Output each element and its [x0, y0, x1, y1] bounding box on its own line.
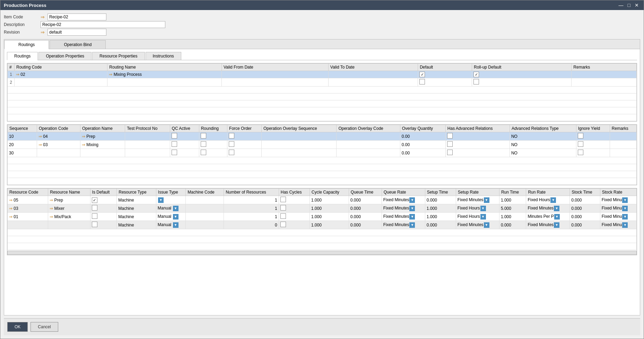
res-run-rate-dropdown-03[interactable]: ▼: [554, 206, 559, 211]
res-issue-dropdown-03[interactable]: ▼: [173, 206, 179, 211]
routing-row-2[interactable]: 2: [8, 78, 637, 87]
res-machine-01: [186, 213, 224, 221]
res-stock-rate-dropdown-03[interactable]: ▼: [622, 206, 628, 211]
operations-table-container: Sequence Operation Code Operation Name T…: [7, 125, 637, 185]
minimize-button[interactable]: —: [617, 2, 625, 8]
res-run-rate-05: Fixed Hours▼: [526, 196, 570, 204]
res-name-03: ⇒ Mixer: [48, 204, 90, 213]
ops-force-30: [227, 149, 262, 157]
ops-adv-type-20: NO: [510, 141, 576, 149]
tab-operation-bind[interactable]: Operation Bind: [50, 40, 106, 49]
routing-valid-from-1: [221, 71, 328, 78]
description-input[interactable]: [41, 21, 165, 28]
sub-tab-routings[interactable]: Routings: [7, 52, 38, 60]
res-row-03[interactable]: ⇒ 03 ⇒ Mixer Machine Manual ▼ 1 1.000: [8, 204, 637, 213]
res-setup-rate-dropdown-05[interactable]: ▼: [484, 197, 489, 203]
ops-rounding-checkbox-10[interactable]: [201, 133, 206, 139]
res-queue-rate-dropdown-01[interactable]: ▼: [409, 214, 415, 220]
close-button[interactable]: ✕: [633, 2, 640, 8]
res-row-05[interactable]: ⇒ 05 ⇒ Prep Machine ▼ 1 1.000 0.000: [8, 196, 637, 204]
ops-qc-checkbox-30[interactable]: [172, 150, 177, 155]
res-default-checkbox-03[interactable]: [92, 205, 97, 211]
res-issue-dropdown-empty[interactable]: ▼: [173, 222, 179, 228]
res-row-empty-1[interactable]: Machine Manual ▼ 0 1.000 0.000 Fixed Min…: [8, 221, 637, 229]
ops-force-checkbox-10[interactable]: [229, 133, 234, 139]
res-setup-rate-dropdown-empty[interactable]: ▼: [484, 222, 489, 228]
item-code-row: Item Code ⇒: [4, 14, 640, 20]
tab-routings[interactable]: Routings: [4, 40, 49, 49]
res-queue-rate-05: Fixed Minutes▼: [382, 196, 425, 204]
ops-adv-checkbox-20[interactable]: [447, 141, 453, 147]
sub-tab-instructions[interactable]: Instructions: [146, 52, 181, 60]
res-run-rate-dropdown-empty[interactable]: ▼: [554, 222, 559, 228]
production-process-window: Production Process — □ ✕ Item Code ⇒ Des…: [0, 0, 644, 339]
ops-row-30[interactable]: 30 0.00: [8, 149, 637, 157]
ops-rounding-checkbox-30[interactable]: [201, 150, 206, 155]
ops-rounding-checkbox-20[interactable]: [201, 141, 206, 147]
routing-default-checkbox-2[interactable]: [419, 79, 425, 84]
res-queue-rate-dropdown-05[interactable]: ▼: [409, 197, 415, 203]
ops-yield-checkbox-10[interactable]: [578, 133, 583, 139]
main-content: Item Code ⇒ Description Revision ⇒ Routi…: [0, 10, 644, 339]
routing-default-checkbox-1[interactable]: [419, 72, 425, 77]
res-queue-rate-dropdown-empty[interactable]: ▼: [409, 222, 415, 228]
ops-name-30: [80, 149, 125, 157]
res-cycles-checkbox-05[interactable]: [280, 197, 286, 202]
revision-input[interactable]: [47, 29, 106, 36]
res-queue-rate-dropdown-03[interactable]: ▼: [409, 206, 415, 211]
sub-tab-operation-props[interactable]: Operation Properties: [38, 52, 92, 60]
ops-force-checkbox-20[interactable]: [229, 141, 234, 147]
res-run-time-05: 1.000: [499, 196, 526, 204]
title-bar: Production Process — □ ✕: [0, 0, 644, 10]
res-default-checkbox-05[interactable]: [92, 197, 97, 203]
res-cycles-checkbox-empty[interactable]: [280, 222, 286, 227]
ops-adv-checkbox-30[interactable]: [447, 150, 453, 155]
res-row-01[interactable]: ⇒ 01 ⇒ Mix/Pack Machine Manual ▼ 1 1.000: [8, 213, 637, 221]
res-run-rate-dropdown-05[interactable]: ▼: [550, 197, 556, 203]
ops-force-checkbox-30[interactable]: [229, 150, 234, 155]
ops-remarks-10: [610, 132, 636, 141]
ops-row-20[interactable]: 20 ⇒ 03 ⇒ Mixing 0.00: [8, 141, 637, 149]
routing-row-empty-5: [8, 114, 637, 121]
ops-yield-checkbox-30[interactable]: [578, 150, 583, 155]
res-stock-rate-05: Fixed Minu▼: [600, 196, 636, 204]
col-valid-from: Valid From Date: [221, 64, 328, 71]
res-stock-rate-dropdown-01[interactable]: ▼: [622, 214, 628, 220]
maximize-button[interactable]: □: [626, 2, 632, 8]
res-cycles-05: [279, 196, 310, 204]
res-setup-rate-dropdown-01[interactable]: ▼: [480, 214, 486, 220]
res-cycles-checkbox-01[interactable]: [280, 213, 286, 219]
ops-adv-checkbox-10[interactable]: [447, 133, 453, 139]
ops-row-empty-3: [8, 171, 637, 178]
ops-has-adv-30: [445, 149, 510, 157]
res-default-05: [90, 196, 117, 204]
res-default-checkbox-01[interactable]: [92, 213, 97, 219]
res-issue-dropdown-05[interactable]: ▼: [158, 197, 164, 203]
ops-row-10[interactable]: 10 ⇒ 04 ⇒ Prep 0.00: [8, 132, 637, 141]
cancel-button[interactable]: Cancel: [31, 322, 58, 332]
routing-row-1[interactable]: 1 ⇒ 02 ⇒ Mixing Process: [8, 71, 637, 78]
sub-tab-resource-props[interactable]: Resource Properties: [92, 52, 145, 60]
res-issue-03: Manual ▼: [156, 204, 185, 213]
ops-yield-checkbox-20[interactable]: [578, 141, 583, 147]
ops-qc-checkbox-10[interactable]: [172, 133, 177, 139]
res-setup-rate-dropdown-03[interactable]: ▼: [480, 206, 486, 211]
routing-rollup-checkbox-1[interactable]: [473, 72, 479, 77]
res-stock-rate-dropdown-empty[interactable]: ▼: [622, 222, 628, 228]
item-code-input[interactable]: [47, 14, 106, 20]
res-issue-dropdown-01[interactable]: ▼: [173, 214, 179, 220]
res-stock-time-03: 0.000: [570, 204, 600, 213]
routings-grid: # Routing Code Routing Name Valid From D…: [7, 63, 637, 122]
res-cycles-checkbox-03[interactable]: [280, 205, 286, 211]
resources-scrollbar[interactable]: [7, 251, 637, 255]
res-row-filler-3: [8, 243, 637, 250]
res-stock-rate-dropdown-05[interactable]: ▼: [622, 197, 628, 203]
res-default-checkbox-empty[interactable]: [92, 222, 97, 227]
res-run-rate-dropdown-01[interactable]: ▼: [554, 214, 560, 220]
ops-ignore-yield-20: [576, 141, 610, 149]
routing-rollup-checkbox-2[interactable]: [473, 79, 479, 84]
res-machine-03: [186, 204, 224, 213]
ok-button[interactable]: OK: [7, 322, 28, 332]
res-col-default: Is Default: [90, 189, 117, 196]
ops-qc-checkbox-20[interactable]: [172, 141, 177, 147]
